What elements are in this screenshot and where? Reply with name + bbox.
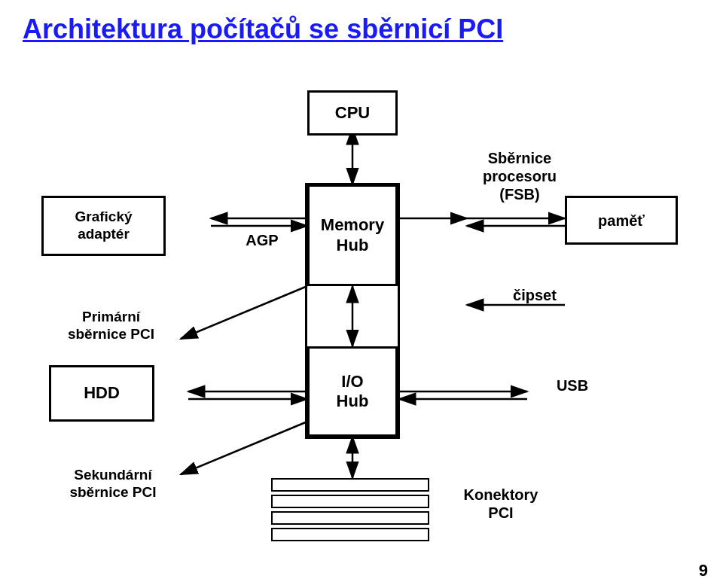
io-hub-box: I/O Hub: [307, 346, 398, 437]
secondary-pci-label: Sekundární sběrnice PCI: [38, 467, 188, 501]
graphic-adapter-box: Grafický adaptér: [41, 196, 166, 256]
usb-label: USB: [527, 376, 618, 395]
svg-line-10: [181, 286, 307, 339]
chipset-label: čipset: [478, 286, 591, 304]
agp-label: AGP: [232, 231, 292, 249]
memory-box: paměť: [565, 196, 678, 245]
memory-hub-box: Memory Hub: [307, 184, 398, 286]
page-number: 9: [699, 561, 708, 580]
diagram-area: CPU Memory Hub I/O Hub Grafický adaptér …: [0, 53, 723, 587]
connectors-pci-label: Konektory PCI: [441, 486, 561, 522]
cpu-box: CPU: [307, 90, 398, 136]
primary-pci-label: Primární sběrnice PCI: [41, 309, 181, 343]
hdd-box: HDD: [49, 365, 154, 422]
page-title: Architektura počítačů se sběrnicí PCI: [0, 0, 723, 53]
svg-line-17: [181, 422, 307, 474]
fsb-label: Sběrnice procesoru (FSB): [459, 149, 580, 203]
pci-connectors-group: [271, 478, 429, 541]
